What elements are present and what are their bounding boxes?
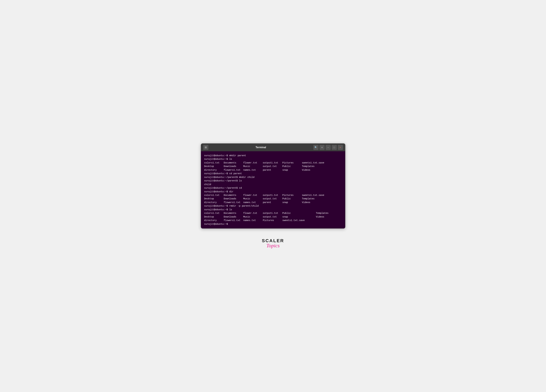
minimize-button[interactable]: − xyxy=(325,145,331,150)
scaler-logo: SCALER Topics xyxy=(262,238,284,249)
search-button[interactable]: 🔍 xyxy=(313,145,318,150)
terminal-controls: 🔍 ≡ − □ × xyxy=(313,145,343,150)
maximize-button[interactable]: □ xyxy=(332,145,337,150)
terminal-window: ⊞ Terminal 🔍 ≡ − □ × surajit@ubuntu:~$ m… xyxy=(201,143,345,228)
menu-button[interactable]: ≡ xyxy=(319,145,325,150)
close-button[interactable]: × xyxy=(338,145,343,150)
terminal-title: Terminal xyxy=(210,146,312,149)
terminal-content: surajit@ubuntu:~$ mkdir parent surajit@u… xyxy=(204,154,342,226)
terminal-body[interactable]: surajit@ubuntu:~$ mkdir parent surajit@u… xyxy=(201,151,345,228)
terminal-titlebar: ⊞ Terminal 🔍 ≡ − □ × xyxy=(201,144,345,151)
page-wrapper: ⊞ Terminal 🔍 ≡ − □ × surajit@ubuntu:~$ m… xyxy=(201,143,345,249)
topics-text: Topics xyxy=(266,243,280,249)
new-tab-button[interactable]: ⊞ xyxy=(203,145,208,150)
